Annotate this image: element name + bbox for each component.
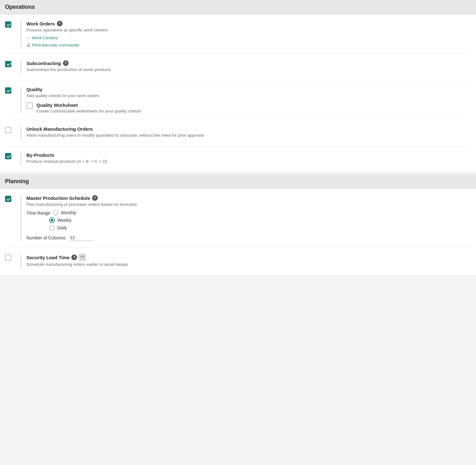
quality-title: Quality (26, 87, 42, 92)
by-products-divider (21, 152, 21, 166)
subcontracting-content: Subcontracting ? Subcontract the product… (26, 60, 471, 74)
work-orders-checked-state (5, 21, 11, 28)
by-products-checkbox[interactable] (5, 153, 11, 159)
quality-divider (21, 87, 21, 113)
time-range-weekly-row: Weekly (49, 217, 471, 223)
print-barcode-link[interactable]: 🖨 Print barcode commands (26, 43, 471, 47)
master-production-checkbox-col (5, 195, 21, 202)
work-orders-help-icon[interactable]: ? (57, 21, 63, 26)
master-production-checkbox[interactable] (5, 196, 11, 202)
svg-point-3 (82, 257, 83, 258)
work-orders-links: → Work Centers 🖨 Print barcode commands (26, 34, 471, 47)
weekly-radio[interactable] (49, 217, 55, 223)
work-orders-row: Work Orders ? Process operations at spec… (5, 14, 471, 54)
master-production-checked-state (5, 196, 11, 202)
quality-worksheet-unchecked-state (26, 102, 33, 109)
svg-point-7 (83, 258, 84, 259)
quality-worksheet-title: Quality Worksheet (36, 102, 471, 108)
subcontracting-checkbox[interactable] (5, 61, 11, 67)
master-production-row: Master Production Schedule ? Plan manufa… (5, 189, 471, 248)
unlock-manufacturing-content: Unlock Manufacturing Orders Allow manufa… (26, 126, 471, 140)
arrow-icon: → (26, 36, 31, 40)
unlock-manufacturing-checkbox[interactable] (5, 127, 11, 133)
quality-checkbox[interactable] (5, 87, 11, 94)
subcontracting-title: Subcontracting (26, 61, 61, 66)
by-products-checked-state (5, 153, 11, 159)
monthly-label: Monthly (61, 210, 76, 215)
work-orders-title: Work Orders (26, 21, 55, 26)
subcontracting-checked-state (5, 61, 11, 67)
master-production-title-row: Master Production Schedule ? (26, 195, 471, 201)
work-orders-checkbox-col (5, 21, 21, 28)
subcontracting-desc: Subcontract the production of some produ… (26, 67, 471, 72)
work-orders-desc: Process operations at specific work cent… (26, 28, 471, 32)
security-lead-time-help-icon[interactable]: ? (71, 254, 77, 260)
security-lead-time-checkbox-col (5, 254, 21, 262)
work-orders-title-row: Work Orders ? (26, 21, 471, 26)
master-production-help-icon[interactable]: ? (92, 195, 98, 201)
time-range-group: Time Range Monthly Weekly Daily (26, 210, 471, 231)
master-production-content: Master Production Schedule ? Plan manufa… (26, 195, 471, 241)
planning-header: Planning (0, 174, 476, 189)
security-lead-time-unchecked-state (5, 254, 11, 261)
unlock-manufacturing-divider (21, 126, 21, 140)
master-production-divider (21, 195, 21, 241)
subcontracting-help-icon[interactable]: ? (63, 60, 69, 66)
quality-worksheet-nested: Quality Worksheet Create customizable wo… (26, 102, 471, 113)
security-lead-time-title: Security Lead Time (26, 255, 69, 260)
master-production-title: Master Production Schedule (26, 195, 90, 201)
operations-header: Operations (0, 0, 476, 14)
columns-row: Number of Columns (26, 234, 471, 241)
by-products-desc: Produce residual products (A + B -> C + … (26, 159, 471, 164)
unlock-manufacturing-checkbox-col (5, 126, 21, 134)
security-lead-time-title-row: Security Lead Time ? (26, 254, 471, 261)
quality-content: Quality Add quality checks to your work … (26, 87, 471, 113)
security-lead-time-divider (21, 254, 21, 269)
quality-title-row: Quality (26, 87, 471, 92)
work-orders-content: Work Orders ? Process operations at spec… (26, 21, 471, 47)
unlock-manufacturing-desc: Allow manufacturing users to modify quan… (26, 133, 471, 138)
daily-radio[interactable] (49, 225, 55, 231)
columns-input[interactable] (69, 234, 94, 241)
subcontracting-title-row: Subcontracting ? (26, 60, 471, 66)
work-orders-checkbox[interactable] (5, 21, 11, 28)
svg-point-6 (82, 258, 83, 259)
quality-row: Quality Add quality checks to your work … (5, 80, 471, 120)
monthly-radio[interactable] (53, 210, 58, 216)
by-products-content: By-Products Produce residual products (A… (26, 152, 471, 166)
quality-checkbox-col (5, 87, 21, 94)
planning-body: Master Production Schedule ? Plan manufa… (0, 189, 476, 275)
subcontracting-row: Subcontracting ? Subcontract the product… (5, 54, 471, 80)
svg-point-4 (83, 257, 84, 258)
by-products-title: By-Products (26, 152, 54, 158)
time-range-monthly-row: Time Range Monthly (26, 210, 471, 216)
print-icon: 🖨 (26, 43, 31, 47)
svg-point-5 (81, 258, 82, 259)
time-range-daily-row: Daily (49, 225, 471, 231)
unlock-manufacturing-row: Unlock Manufacturing Orders Allow manufa… (5, 120, 471, 146)
quality-desc: Add quality checks to your work orders (26, 93, 471, 98)
security-lead-time-content: Security Lead Time ? (26, 254, 471, 269)
quality-worksheet-desc: Create customizable worksheets for your … (36, 109, 471, 113)
unlock-manufacturing-title-row: Unlock Manufacturing Orders (26, 126, 471, 132)
master-production-desc: Plan manufacturing or purchase orders ba… (26, 202, 471, 207)
subcontracting-divider (21, 60, 21, 74)
quality-worksheet-checkbox[interactable] (26, 102, 33, 109)
security-lead-time-checkbox[interactable] (5, 254, 11, 261)
security-lead-time-row: Security Lead Time ? (5, 248, 471, 275)
operations-body: Work Orders ? Process operations at spec… (0, 14, 476, 172)
columns-label: Number of Columns (26, 235, 66, 240)
planning-section: Planning Master Production Schedule ? Pl… (0, 174, 476, 275)
operations-section: Operations Work Orders ? Process operati… (0, 0, 476, 172)
section-spacer (0, 172, 476, 174)
weekly-label: Weekly (57, 218, 72, 223)
calculator-icon[interactable] (79, 254, 86, 261)
by-products-checkbox-col (5, 152, 21, 159)
unlock-manufacturing-unchecked-state (5, 127, 11, 133)
quality-checked-state (5, 87, 11, 94)
time-range-label: Time Range (26, 210, 50, 216)
unlock-manufacturing-title: Unlock Manufacturing Orders (26, 126, 93, 132)
quality-worksheet-content: Quality Worksheet Create customizable wo… (36, 102, 471, 113)
work-centers-link[interactable]: → Work Centers (26, 36, 471, 40)
svg-point-2 (81, 257, 82, 258)
